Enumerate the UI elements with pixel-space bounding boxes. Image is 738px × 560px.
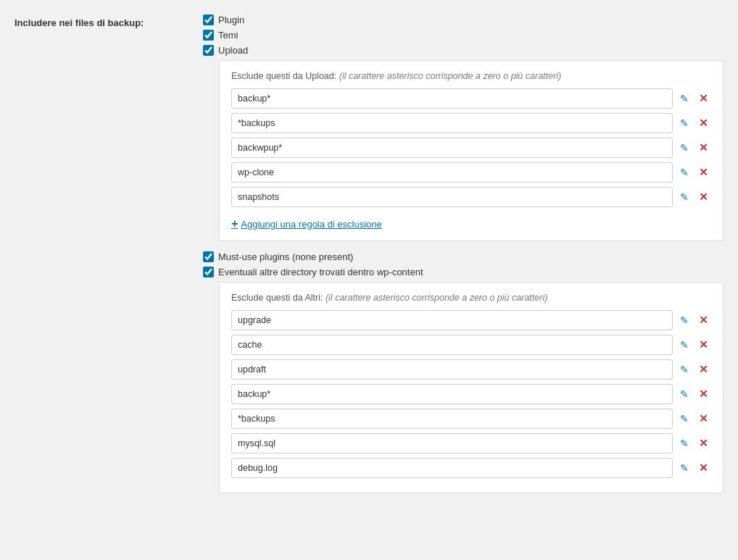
delete-icon: ✕ (699, 412, 708, 425)
exclude-input[interactable] (231, 359, 673, 380)
exclude-row: ✎✕ (231, 335, 711, 355)
upload-exclude-subtitle: (il carattere asterisco corrisponde a ze… (339, 71, 561, 81)
altri-rows: ✎✕✎✕✎✕✎✕✎✕✎✕✎✕ (231, 310, 711, 478)
exclude-input[interactable] (231, 138, 673, 158)
delete-button[interactable]: ✕ (696, 386, 711, 402)
exclude-input[interactable] (231, 162, 673, 183)
checkbox-cb-upload[interactable] (203, 45, 214, 56)
exclude-row: ✎✕ (231, 433, 711, 454)
edit-button[interactable]: ✎ (677, 313, 692, 327)
exclude-row: ✎✕ (231, 187, 711, 207)
delete-button[interactable]: ✕ (696, 362, 711, 377)
delete-icon: ✕ (699, 388, 708, 401)
label-cb-upload[interactable]: Upload (218, 45, 248, 56)
edit-button[interactable]: ✎ (677, 141, 692, 155)
checkbox-row-cb-temi: Temi (203, 30, 724, 41)
exclude-input[interactable] (231, 113, 673, 133)
exclude-input[interactable] (231, 310, 673, 330)
edit-button[interactable]: ✎ (677, 190, 692, 204)
label-cb-altri[interactable]: Eventuali altre directory trovati dentro… (218, 267, 423, 277)
edit-button[interactable]: ✎ (677, 116, 692, 130)
edit-icon: ✎ (680, 117, 689, 129)
exclude-input[interactable] (231, 409, 673, 429)
section-label: Includere nei files di backup: (14, 14, 188, 28)
delete-icon: ✕ (699, 92, 708, 105)
exclude-input[interactable] (231, 458, 673, 478)
add-upload-rule-label: Aggiungi una regola di esclusione (241, 219, 381, 230)
edit-icon: ✎ (680, 167, 689, 178)
exclude-row: ✎✕ (231, 138, 711, 158)
delete-button[interactable]: ✕ (696, 189, 711, 205)
exclude-input[interactable] (231, 88, 673, 109)
edit-icon: ✎ (680, 142, 689, 154)
edit-icon: ✎ (680, 93, 689, 104)
exclude-row: ✎✕ (231, 409, 711, 429)
exclude-row: ✎✕ (231, 458, 711, 478)
altri-exclude-subtitle: (il carattere asterisco corrisponde a ze… (326, 293, 547, 303)
delete-button[interactable]: ✕ (696, 91, 711, 106)
checkbox-cb-altri[interactable] (203, 267, 214, 277)
edit-icon: ✎ (680, 364, 689, 375)
delete-button[interactable]: ✕ (696, 460, 711, 476)
delete-button[interactable]: ✕ (696, 435, 711, 451)
delete-icon: ✕ (699, 191, 708, 204)
add-rule-row: + Aggiungi una regola di esclusione (231, 213, 711, 230)
page-wrapper: Includere nei files di backup: PluginTem… (0, 0, 738, 518)
edit-icon: ✎ (680, 462, 689, 474)
upload-exclude-title-text: Esclude questi da Upload: (231, 71, 336, 81)
exclude-row: ✎✕ (231, 162, 711, 183)
edit-button[interactable]: ✎ (677, 165, 692, 180)
top-checkboxes: PluginTemiUpload (203, 14, 724, 56)
edit-button[interactable]: ✎ (677, 338, 692, 352)
checkbox-cb-temi[interactable] (203, 30, 214, 41)
checkbox-cb-plugin[interactable] (203, 14, 214, 25)
edit-icon: ✎ (680, 339, 689, 351)
label-cb-mustuse[interactable]: Must-use plugins (none present) (218, 251, 353, 262)
exclude-row: ✎✕ (231, 88, 711, 109)
exclude-row: ✎✕ (231, 384, 711, 404)
delete-icon: ✕ (699, 314, 708, 327)
delete-icon: ✕ (699, 437, 708, 450)
delete-icon: ✕ (699, 166, 708, 179)
checkbox-row-cb-mustuse: Must-use plugins (none present) (203, 251, 724, 262)
content-col: PluginTemiUpload Esclude questi da Uploa… (203, 14, 724, 503)
delete-icon: ✕ (699, 363, 708, 376)
checkbox-cb-mustuse[interactable] (203, 251, 214, 262)
delete-button[interactable]: ✕ (696, 312, 711, 328)
edit-button[interactable]: ✎ (677, 362, 692, 377)
edit-button[interactable]: ✎ (677, 387, 692, 401)
delete-icon: ✕ (699, 338, 708, 351)
edit-button[interactable]: ✎ (677, 91, 692, 106)
exclude-input[interactable] (231, 335, 673, 355)
label-cb-temi[interactable]: Temi (218, 30, 238, 41)
add-plus-icon: + (231, 217, 238, 230)
exclude-row: ✎✕ (231, 359, 711, 380)
delete-icon: ✕ (699, 461, 708, 475)
checkbox-row-cb-altri: Eventuali altre directory trovati dentro… (203, 267, 724, 277)
delete-button[interactable]: ✕ (696, 337, 711, 353)
label-cb-plugin[interactable]: Plugin (218, 14, 244, 25)
edit-button[interactable]: ✎ (677, 461, 692, 475)
checkbox-row-cb-plugin: Plugin (203, 14, 724, 25)
upload-rows: ✎✕✎✕✎✕✎✕✎✕ (231, 88, 711, 207)
delete-button[interactable]: ✕ (696, 115, 711, 131)
edit-icon: ✎ (680, 438, 689, 449)
edit-button[interactable]: ✎ (677, 436, 692, 451)
checkbox-row-cb-upload: Upload (203, 45, 724, 56)
edit-button[interactable]: ✎ (677, 411, 692, 426)
upload-exclude-title: Esclude questi da Upload: (il carattere … (231, 71, 711, 81)
delete-button[interactable]: ✕ (696, 140, 711, 156)
edit-icon: ✎ (680, 388, 689, 400)
exclude-input[interactable] (231, 433, 673, 454)
add-upload-rule-link[interactable]: + Aggiungi una regola di esclusione (231, 217, 382, 230)
altri-exclude-box: Esclude questi da Altri: (il carattere a… (219, 282, 724, 493)
bottom-checkboxes: Must-use plugins (none present)Eventuali… (203, 251, 724, 277)
edit-icon: ✎ (680, 314, 689, 326)
exclude-row: ✎✕ (231, 113, 711, 133)
exclude-row: ✎✕ (231, 310, 711, 330)
delete-button[interactable]: ✕ (696, 411, 711, 427)
exclude-input[interactable] (231, 384, 673, 404)
delete-button[interactable]: ✕ (696, 164, 711, 180)
exclude-input[interactable] (231, 187, 673, 207)
edit-icon: ✎ (680, 191, 689, 203)
